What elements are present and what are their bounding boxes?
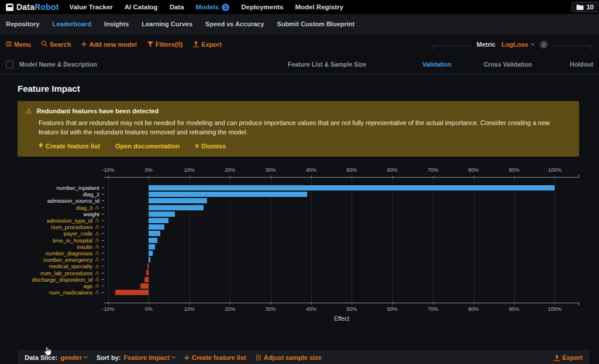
feature-name: num_medications <box>49 289 92 296</box>
select-all-checkbox[interactable] <box>6 61 13 68</box>
top-nav-item-deployments[interactable]: Deployments <box>241 4 283 11</box>
plus-icon <box>184 355 190 360</box>
folder-count-chip[interactable]: 10 <box>572 2 599 12</box>
info-icon[interactable]: i <box>540 41 548 48</box>
sort-by-dropdown[interactable]: Feature Impact <box>124 354 175 361</box>
subnav-item-submit-custom-blueprint[interactable]: Submit Custom Blueprint <box>277 20 355 27</box>
x-tick-label: 100% <box>548 306 562 312</box>
metric-dropdown[interactable]: LogLoss <box>501 41 534 48</box>
feature-name: num_procedures <box>51 224 92 230</box>
plus-icon <box>81 41 87 48</box>
chart-bars-area <box>104 178 579 303</box>
toolbar-filters-0-[interactable]: Filters(0) <box>147 41 183 48</box>
adjust-sample-size-button[interactable]: Adjust sample size <box>256 354 322 361</box>
feature-name: diag_3 <box>76 204 93 211</box>
warning-icon: ⚠ <box>95 251 99 256</box>
chevron-down-icon <box>171 355 175 359</box>
impact-bar-payer_code <box>149 231 160 236</box>
top-nav-item-models[interactable]: Models1 <box>196 4 230 11</box>
feature-name: number_emergency <box>43 256 93 263</box>
impact-bar-time_in_hospital <box>149 238 157 243</box>
x-tick-label: 30% <box>266 167 276 173</box>
warning-icon: ⚠ <box>26 108 32 115</box>
subnav-item-speed-vs-accuracy[interactable]: Speed vs Accuracy <box>205 20 264 27</box>
export-icon <box>554 355 560 361</box>
x-tick-label: 0% <box>145 167 153 173</box>
feature-name: payer_code <box>64 230 93 237</box>
feature-label-row: age⚠ <box>18 283 104 289</box>
impact-bar-num_procedures <box>149 224 164 230</box>
x-tick-mark <box>271 303 271 304</box>
column-cross-validation[interactable]: Cross Validation <box>484 61 557 68</box>
x-tick-label: 90% <box>509 167 519 173</box>
x-tick-label: -10% <box>102 306 114 312</box>
feature-impact-chart: number_inpatientdiag_2admission_source_i… <box>18 167 579 322</box>
toolbar-export[interactable]: Export <box>193 41 222 48</box>
bar-row <box>104 250 579 256</box>
create-feature-list-label: Create feature list <box>192 354 246 361</box>
bar-row <box>104 217 579 224</box>
bar-row <box>104 237 579 244</box>
toolbar-actions: MenuSearchAdd new modelFilters(0)Export <box>6 41 432 48</box>
toolbar-item-label: Add new model <box>89 41 136 48</box>
toolbar-search[interactable]: Search <box>42 41 71 48</box>
toolbar-menu[interactable]: Menu <box>6 41 31 48</box>
subnav-item-learning-curves[interactable]: Learning Curves <box>142 20 192 27</box>
divider-line-right <box>553 46 592 50</box>
x-tick-label: 30% <box>266 306 276 312</box>
banner-action-create-feature-list[interactable]: Create feature list <box>39 142 100 150</box>
banner-action-open-documentation[interactable]: Open documentation <box>115 142 180 150</box>
folder-icon <box>576 4 584 11</box>
top-nav-item-ai-catalog[interactable]: AI Catalog <box>125 4 158 11</box>
footer-export-button[interactable]: Export <box>554 354 583 361</box>
subnav-item-leaderboard[interactable]: Leaderboard <box>52 20 91 27</box>
warning-icon: ⚠ <box>95 277 99 282</box>
top-nav-item-label: Data <box>170 4 184 11</box>
bar-row <box>104 256 579 263</box>
impact-bar-weight <box>149 212 175 217</box>
x-tick-mark <box>230 303 230 304</box>
warning-icon: ⚠ <box>95 238 99 243</box>
x-tick-mark <box>433 303 433 304</box>
subnav-item-insights[interactable]: Insights <box>104 20 129 27</box>
impact-bar-number_emergency <box>149 257 150 262</box>
chart-plot-area: -10%0%10%20%30%40%50%60%70%80%90%100% -1… <box>104 167 579 322</box>
datarobot-logo[interactable]: DataRobot <box>6 2 59 12</box>
top-nav-item-data[interactable]: Data <box>170 4 184 11</box>
banner-action-label: Dismiss <box>201 143 226 150</box>
top-nav-item-label: Models <box>196 4 219 11</box>
menu-icon <box>6 41 12 48</box>
feature-name: age <box>84 283 93 289</box>
toolbar-add-new-model[interactable]: Add new model <box>81 41 136 48</box>
logo-robot-text: Robot <box>35 2 58 12</box>
column-feature-list: Feature List & Sample Size <box>288 61 422 68</box>
feature-label-row: num_procedures⚠ <box>18 224 104 230</box>
leaderboard-header-row: Model Name & Description Feature List & … <box>0 55 599 74</box>
x-tick-label: 40% <box>306 306 316 312</box>
chart-footer-bar: Data Slice: gender Sort by: Feature Impa… <box>18 350 590 364</box>
x-axis-title: Effect <box>104 316 579 322</box>
create-feature-list-button[interactable]: Create feature list <box>184 354 246 361</box>
feature-name: number_diagnoses <box>46 250 93 256</box>
top-nav-item-model-registry[interactable]: Model Registry <box>295 4 343 11</box>
feature-label-row: weight <box>18 211 104 217</box>
data-slice-dropdown[interactable]: gender <box>60 354 87 361</box>
footer-export-label: Export <box>562 354 583 361</box>
top-nav-item-value-tracker[interactable]: Value Tracker <box>70 4 113 11</box>
column-validation[interactable]: Validation <box>422 61 484 68</box>
warning-icon: ⚠ <box>95 290 99 295</box>
subnav-item-repository[interactable]: Repository <box>6 20 39 27</box>
impact-bar-num_lab_procedures <box>146 270 149 275</box>
banner-action-dismiss[interactable]: ×Dismiss <box>195 142 226 150</box>
feature-label-row: payer_code⚠ <box>18 230 104 237</box>
sort-by-value: Feature Impact <box>124 354 170 361</box>
feature-label-row: number_emergency⚠ <box>18 256 104 263</box>
warning-icon: ⚠ <box>95 271 99 276</box>
x-icon: × <box>195 143 199 150</box>
feature-name: weight <box>84 211 99 217</box>
impact-bar-admission_type_id <box>149 218 168 223</box>
metric-value: LogLoss <box>501 41 528 48</box>
feature-name: number_inpatient <box>57 185 99 191</box>
bar-row <box>104 244 579 250</box>
column-holdout[interactable]: Holdout <box>557 61 593 68</box>
